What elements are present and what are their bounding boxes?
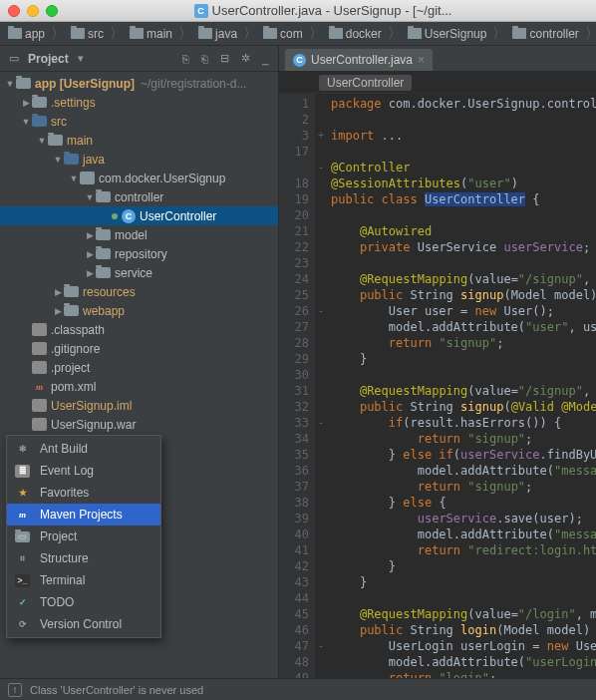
line-number[interactable]: 21 <box>281 223 309 239</box>
fold-icon[interactable] <box>315 255 327 271</box>
line-number[interactable]: 1 <box>281 96 309 112</box>
minimize-button[interactable] <box>27 5 39 17</box>
breadcrumb-item[interactable]: main <box>126 27 176 41</box>
breadcrumb-item[interactable]: docker <box>325 27 386 41</box>
fold-icon[interactable] <box>315 447 327 463</box>
editor-tab[interactable]: CUserController.java× <box>285 49 433 71</box>
collapse-icon[interactable]: ⊟ <box>217 52 232 65</box>
line-number[interactable]: 27 <box>281 319 309 335</box>
fold-icon[interactable] <box>315 96 327 112</box>
line-number[interactable]: 34 <box>281 431 309 447</box>
code-line[interactable]: return "redirect:login.htm <box>331 542 592 558</box>
line-gutter[interactable]: 1231718192021222324252627282930313233343… <box>279 94 315 678</box>
fold-icon[interactable] <box>315 144 327 160</box>
line-number[interactable]: 33 <box>281 415 309 431</box>
fold-icon[interactable] <box>315 590 327 606</box>
close-tab-icon[interactable]: × <box>418 53 425 67</box>
tree-row[interactable]: main <box>0 131 278 150</box>
line-number[interactable]: 17 <box>281 144 309 160</box>
code-text[interactable]: package com.docker.UserSignup.controllim… <box>327 94 596 678</box>
code-line[interactable]: return "signup"; <box>331 479 592 495</box>
code-line[interactable]: if(result.hasErrors()) { <box>331 415 592 431</box>
expand-arrow-icon[interactable] <box>20 98 32 108</box>
breadcrumb-item[interactable]: java <box>194 27 241 41</box>
tree-row[interactable]: UserSignup.war <box>0 415 278 434</box>
code-line[interactable]: @Controller <box>331 160 592 175</box>
popup-item[interactable]: ⌗Structure <box>7 547 160 569</box>
fold-icon[interactable] <box>315 526 327 542</box>
popup-item[interactable]: ⟳Version Control <box>7 613 160 635</box>
code-area[interactable]: 1231718192021222324252627282930313233343… <box>279 94 596 678</box>
fold-icon[interactable] <box>315 351 327 367</box>
code-line[interactable]: return "login"; <box>331 670 592 678</box>
expand-arrow-icon[interactable] <box>84 268 96 278</box>
line-number[interactable]: 32 <box>281 399 309 415</box>
line-number[interactable]: 37 <box>281 479 309 495</box>
expand-arrow-icon[interactable] <box>68 174 80 183</box>
tree-row[interactable]: UserSignup.iml <box>0 396 278 415</box>
fold-icon[interactable] <box>315 542 327 558</box>
breadcrumb-item[interactable]: controller <box>508 27 582 41</box>
tree-row[interactable]: com.docker.UserSignup <box>0 169 278 187</box>
tree-row[interactable]: .settings <box>0 93 278 112</box>
line-number[interactable]: 30 <box>281 367 309 383</box>
expand-arrow-icon[interactable] <box>20 117 32 127</box>
line-number[interactable]: 28 <box>281 335 309 351</box>
fold-icon[interactable] <box>315 431 327 447</box>
fold-icon[interactable] <box>315 511 327 526</box>
line-number[interactable]: 18 <box>281 175 309 191</box>
line-number[interactable]: 23 <box>281 255 309 271</box>
line-number[interactable]: 20 <box>281 207 309 223</box>
code-line[interactable]: } <box>331 351 592 367</box>
popup-item[interactable]: ★Favorites <box>7 482 160 504</box>
fold-icon[interactable] <box>315 112 327 128</box>
expand-arrow-icon[interactable] <box>52 155 64 165</box>
code-line[interactable]: return "signup"; <box>331 431 592 447</box>
close-button[interactable] <box>8 5 20 17</box>
code-line[interactable]: import ... <box>331 128 592 144</box>
fold-icon[interactable]: - <box>315 415 327 431</box>
tree-row[interactable]: .classpath <box>0 320 278 339</box>
expand-arrow-icon[interactable] <box>84 230 96 240</box>
line-number[interactable] <box>281 160 309 175</box>
autoscroll-source-icon[interactable]: ⎘ <box>179 53 192 65</box>
expand-arrow-icon[interactable] <box>36 136 48 146</box>
code-line[interactable]: } <box>331 558 592 574</box>
tree-row[interactable]: src <box>0 112 278 131</box>
code-line[interactable]: } else { <box>331 495 592 511</box>
fold-icon[interactable] <box>315 335 327 351</box>
line-number[interactable]: 42 <box>281 558 309 574</box>
line-number[interactable]: 19 <box>281 191 309 207</box>
code-line[interactable]: package com.docker.UserSignup.controll <box>331 96 592 112</box>
line-number[interactable]: 25 <box>281 287 309 303</box>
line-number[interactable]: 38 <box>281 495 309 511</box>
fold-icon[interactable] <box>315 239 327 255</box>
line-number[interactable]: 2 <box>281 112 309 128</box>
fold-icon[interactable] <box>315 271 327 287</box>
project-dropdown-icon[interactable]: ▾ <box>75 52 87 65</box>
tree-row[interactable]: model <box>0 225 278 244</box>
tree-row[interactable]: service <box>0 263 278 282</box>
fold-icon[interactable]: - <box>315 160 327 175</box>
editor-crumb-item[interactable]: UserController <box>319 75 412 91</box>
line-number[interactable]: 36 <box>281 463 309 479</box>
line-number[interactable]: 41 <box>281 542 309 558</box>
expand-arrow-icon[interactable] <box>52 306 64 316</box>
fold-icon[interactable] <box>315 175 327 191</box>
tree-row[interactable]: mpom.xml <box>0 377 278 396</box>
line-number[interactable]: 39 <box>281 511 309 526</box>
settings-icon[interactable]: ✲ <box>238 52 253 65</box>
expand-arrow-icon[interactable] <box>52 287 64 297</box>
popup-item[interactable]: >_Terminal <box>7 569 160 591</box>
code-line[interactable]: public String login(Model model) { <box>331 622 592 638</box>
breadcrumb-item[interactable]: src <box>67 27 108 41</box>
tree-row[interactable]: controller <box>0 187 278 206</box>
breadcrumb-item[interactable]: app <box>4 27 49 41</box>
code-line[interactable]: User user = new User(); <box>331 303 592 319</box>
tree-row[interactable]: webapp <box>0 301 278 320</box>
code-line[interactable]: model.addAttribute("messag <box>331 463 592 479</box>
code-line[interactable] <box>331 367 592 383</box>
fold-icon[interactable] <box>315 670 327 678</box>
tool-window-popup[interactable]: ✻Ant Build≣Event Log★FavoritesmMaven Pro… <box>6 435 161 638</box>
maximize-button[interactable] <box>46 5 58 17</box>
